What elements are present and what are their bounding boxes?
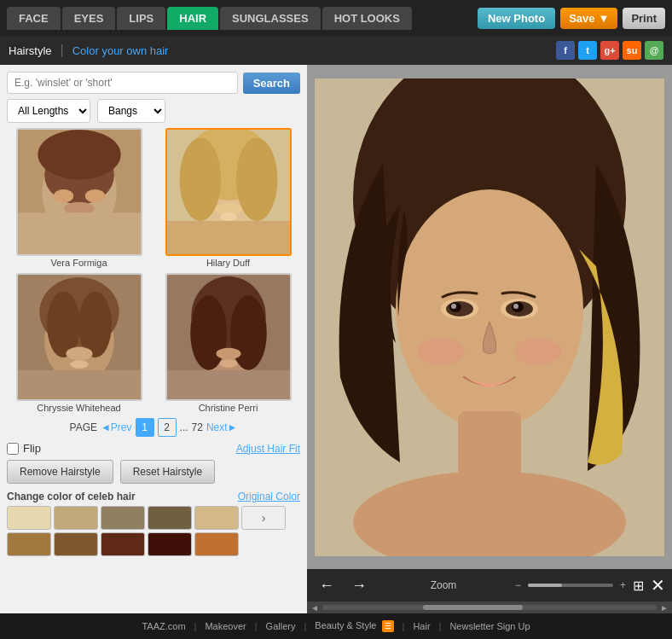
color-header-label: Change color of celeb hair bbox=[7, 491, 136, 502]
svg-point-41 bbox=[451, 304, 456, 309]
arrow-right-button[interactable]: → bbox=[346, 575, 372, 596]
save-button[interactable]: Save ▼ bbox=[560, 8, 617, 29]
horizontal-scrollbar[interactable]: ◄ ► bbox=[307, 601, 672, 613]
svg-point-5 bbox=[84, 189, 104, 203]
search-button[interactable]: Search bbox=[243, 73, 300, 94]
stumbleupon-icon[interactable]: su bbox=[623, 41, 641, 60]
gallery-label-vera: Vera Formiga bbox=[50, 258, 107, 268]
main-content: Search All Lengths Short Medium Long Ban… bbox=[0, 65, 672, 613]
gallery-label-christine: Christine Perri bbox=[199, 403, 258, 413]
swatch-8[interactable] bbox=[101, 532, 145, 556]
swatch-3[interactable] bbox=[101, 506, 145, 530]
swatch-1[interactable] bbox=[7, 506, 51, 530]
svg-rect-24 bbox=[18, 370, 141, 399]
face-wrapper bbox=[307, 65, 672, 569]
scroll-left-arrow[interactable]: ◄ bbox=[310, 603, 319, 613]
swatch-7[interactable] bbox=[54, 532, 98, 556]
search-row: Search bbox=[7, 72, 300, 94]
googleplus-icon[interactable]: g+ bbox=[600, 41, 619, 60]
scroll-thumb bbox=[423, 605, 524, 610]
svg-point-15 bbox=[220, 212, 236, 221]
gallery-item-hilary[interactable]: Hilary Duff bbox=[156, 128, 300, 268]
swatch-9[interactable] bbox=[148, 532, 192, 556]
swatch-6[interactable] bbox=[7, 532, 51, 556]
svg-point-46 bbox=[417, 338, 465, 365]
swatch-row-1: › bbox=[7, 506, 300, 530]
close-button[interactable]: ✕ bbox=[651, 575, 665, 595]
gallery-img-hilary bbox=[165, 128, 292, 256]
right-panel: ← → Zoom − + ⊞ ✕ ◄ ► bbox=[307, 65, 672, 613]
nav-tab-hot-looks[interactable]: HOT LOOKS bbox=[322, 7, 412, 30]
gallery-label-hilary: Hilary Duff bbox=[206, 258, 250, 268]
page-2[interactable]: 2 bbox=[158, 418, 177, 437]
zoom-slider[interactable] bbox=[528, 584, 613, 587]
subject-photo bbox=[315, 78, 664, 556]
facebook-icon[interactable]: f bbox=[556, 41, 575, 60]
length-filter[interactable]: All Lengths Short Medium Long bbox=[7, 99, 90, 123]
reset-hairstyle-button[interactable]: Reset Hairstyle bbox=[120, 460, 215, 484]
hairstyle-link[interactable]: Hairstyle bbox=[9, 44, 52, 57]
flip-label: Flip bbox=[23, 442, 41, 455]
photo-viewer bbox=[307, 65, 672, 569]
nav-tab-eyes[interactable]: EYES bbox=[62, 7, 116, 30]
footer-link-hair[interactable]: Hair bbox=[404, 621, 438, 631]
color-own-hair-link[interactable]: Color your own hair bbox=[72, 44, 169, 57]
gallery-item-vera[interactable]: Vera Formiga bbox=[7, 128, 151, 268]
next-page[interactable]: Next► bbox=[206, 421, 238, 433]
top-actions: New Photo Save ▼ Print bbox=[478, 8, 665, 29]
page-label: PAGE bbox=[70, 421, 97, 433]
nav-tab-sunglasses[interactable]: SUNGLASSES bbox=[220, 7, 321, 30]
twitter-icon[interactable]: t bbox=[578, 41, 597, 60]
swatch-5[interactable] bbox=[194, 506, 239, 530]
social-icons: f t g+ su @ bbox=[556, 41, 663, 60]
filter-row: All Lengths Short Medium Long Bangs Curl… bbox=[7, 99, 300, 123]
total-pages: 72 bbox=[192, 421, 203, 433]
swatch-row-2: ‹ bbox=[7, 532, 300, 556]
adjust-hair-fit-link[interactable]: Adjust Hair Fit bbox=[236, 443, 300, 455]
rss-icon: ☰ bbox=[382, 620, 394, 632]
footer-link-newsletter[interactable]: Newsletter Sign Up bbox=[441, 621, 538, 631]
footer-link-gallery[interactable]: Gallery bbox=[258, 621, 304, 631]
gallery-item-christine[interactable]: Christine Perri bbox=[156, 273, 300, 413]
gallery-img-chryssie bbox=[16, 273, 142, 401]
swatch-4[interactable] bbox=[148, 506, 192, 530]
footer-link-makeover[interactable]: Makeover bbox=[196, 621, 254, 631]
color-section: Change color of celeb hair Original Colo… bbox=[7, 491, 300, 556]
gallery-img-vera bbox=[16, 128, 142, 256]
nav-tab-hair[interactable]: HAIR bbox=[167, 7, 218, 30]
color-header: Change color of celeb hair Original Colo… bbox=[7, 491, 300, 502]
gallery-item-chryssie[interactable]: Chryssie Whitehead bbox=[7, 273, 151, 413]
footer-link-beauty[interactable]: Beauty & Style ☰ bbox=[306, 620, 402, 632]
flip-checkbox[interactable] bbox=[7, 443, 19, 455]
prev-page[interactable]: ◄Prev bbox=[101, 421, 132, 433]
print-button[interactable]: Print bbox=[623, 8, 665, 29]
nav-tab-face[interactable]: FACE bbox=[7, 7, 61, 30]
original-color-link[interactable]: Original Color bbox=[238, 491, 300, 502]
remove-hairstyle-button[interactable]: Remove Hairstyle bbox=[7, 460, 113, 484]
footer-link-taaz[interactable]: TAAZ.com bbox=[133, 621, 194, 631]
swatch-2[interactable] bbox=[54, 506, 98, 530]
email-icon[interactable]: @ bbox=[645, 41, 663, 60]
left-panel: Search All Lengths Short Medium Long Ban… bbox=[0, 65, 307, 613]
svg-point-23 bbox=[70, 360, 88, 369]
page-1[interactable]: 1 bbox=[136, 418, 154, 437]
scroll-right-arrow[interactable]: ► bbox=[660, 603, 669, 613]
svg-point-28 bbox=[190, 295, 227, 370]
zoom-label: Zoom bbox=[379, 579, 508, 591]
style-filter[interactable]: Bangs Curly Straight Wavy Updo bbox=[97, 99, 165, 123]
action-buttons: Remove Hairstyle Reset Hairstyle bbox=[7, 460, 300, 484]
new-photo-button[interactable]: New Photo bbox=[478, 8, 555, 29]
arrow-left-button[interactable]: ← bbox=[314, 575, 339, 596]
swatch-right-arrow[interactable]: › bbox=[241, 506, 286, 530]
nav-tab-lips[interactable]: LIPS bbox=[117, 7, 165, 30]
search-input[interactable] bbox=[7, 72, 238, 94]
svg-point-29 bbox=[229, 295, 266, 370]
svg-rect-36 bbox=[458, 411, 521, 479]
gallery-img-christine bbox=[165, 273, 292, 401]
person-icon[interactable]: ⊞ bbox=[633, 578, 644, 594]
svg-rect-8 bbox=[18, 212, 141, 254]
controls-row: Flip Adjust Hair Fit bbox=[7, 442, 300, 455]
svg-point-12 bbox=[179, 138, 221, 221]
swatch-10[interactable] bbox=[194, 532, 239, 556]
scroll-track[interactable] bbox=[322, 605, 657, 610]
